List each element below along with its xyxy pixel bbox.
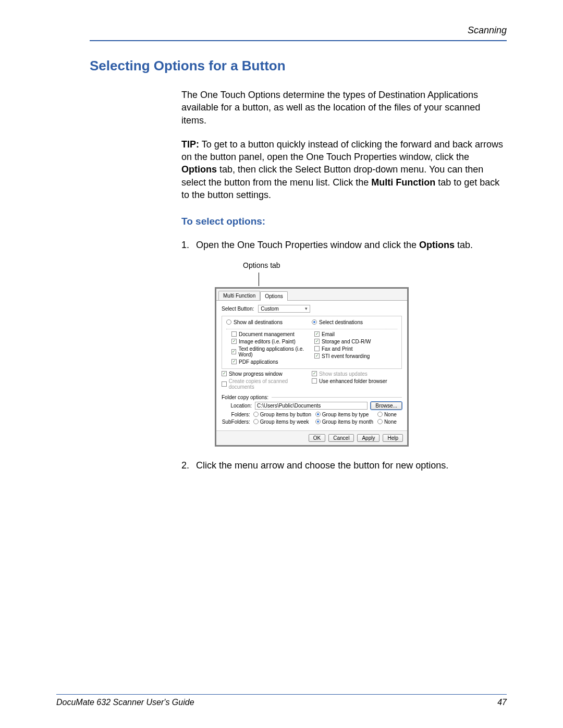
chk-sti[interactable]: STI event forwarding (314, 353, 397, 359)
intro-paragraph: The One Touch Options determine the type… (181, 89, 507, 127)
radio-group-by-type[interactable]: Group items by type (315, 412, 374, 417)
ok-button[interactable]: OK (309, 434, 325, 442)
step-2-text: Click the menu arrow and choose the butt… (196, 459, 448, 472)
tip-text-1: To get to a button quickly instead of cl… (181, 139, 503, 162)
radio-folders-none[interactable]: None (377, 412, 402, 417)
radio-icon (315, 412, 321, 417)
subheading: To select options: (181, 216, 507, 227)
select-button-label: Select Button: (222, 306, 254, 312)
tip-bold-1: Options (181, 164, 217, 175)
options-dialog: Multi Function Options Select Button: Cu… (215, 287, 409, 447)
tab-options[interactable]: Options (260, 291, 287, 301)
radio-icon (226, 319, 231, 325)
checkbox-icon (222, 381, 227, 387)
tab-bar: Multi Function Options (216, 289, 407, 301)
checkbox-icon (312, 371, 317, 376)
step-1-text-2: tab. (455, 240, 473, 250)
step-1-text-1: Open the One Touch Properties window and… (196, 240, 419, 250)
page-footer: DocuMate 632 Scanner User's Guide 47 (56, 694, 507, 707)
checkbox-icon (314, 339, 320, 344)
radio-select-dest[interactable]: Select destinations (312, 319, 397, 325)
checkbox-icon (222, 371, 227, 376)
tip-label: TIP: (181, 139, 199, 150)
step-1: 1. Open the One Touch Properties window … (181, 239, 507, 251)
chk-image-editors[interactable]: Image editors (i.e. Paint) (231, 339, 314, 344)
radio-icon (315, 419, 321, 424)
step-2-number: 2. (181, 459, 196, 472)
header-section-label: Scanning (90, 25, 507, 40)
location-label: Location: (222, 403, 252, 409)
chk-storage[interactable]: Storage and CD-R/W (314, 339, 397, 344)
checkbox-icon (231, 359, 237, 364)
checkbox-icon (231, 349, 236, 354)
dialog-footer: OK Cancel Apply Help (216, 430, 407, 445)
radio-icon (253, 419, 259, 424)
chk-enhanced[interactable]: Use enhanced folder browser (312, 378, 402, 384)
radio-show-all-label: Show all destinations (234, 319, 283, 325)
checkbox-icon (314, 346, 320, 351)
step-1-bold: Options (419, 240, 455, 250)
footer-page-number: 47 (497, 698, 507, 707)
radio-select-dest-label: Select destinations (319, 319, 363, 325)
checkbox-icon (231, 339, 237, 344)
chk-pdf[interactable]: PDF applications (231, 359, 314, 365)
chk-progress[interactable]: Show progress window (222, 371, 312, 377)
chk-email[interactable]: Email (314, 331, 397, 337)
radio-icon (377, 419, 383, 424)
chk-status: Show status updates (312, 371, 402, 377)
chk-text-editing[interactable]: Text editing applications (i.e. Word) (231, 346, 314, 357)
step-2: 2. Click the menu arrow and choose the b… (181, 459, 507, 472)
subfolders-label: SubFolders: (222, 419, 250, 425)
checkbox-icon (231, 331, 237, 337)
apply-button[interactable]: Apply (357, 434, 380, 442)
chk-doc-mgmt[interactable]: Document management (231, 331, 314, 337)
folder-copy-label: Folder copy options: (222, 394, 402, 400)
radio-icon (377, 412, 383, 417)
radio-group-by-month[interactable]: Group items by month (315, 419, 374, 425)
destinations-group: Show all destinations Select destination… (222, 316, 402, 369)
help-button[interactable]: Help (383, 434, 403, 442)
radio-icon (253, 412, 259, 417)
browse-button[interactable]: Browse... (371, 402, 402, 410)
radio-show-all[interactable]: Show all destinations (226, 319, 312, 325)
header-rule (90, 40, 507, 41)
chk-copies[interactable]: Create copies of scanned documents (222, 378, 312, 390)
step-1-number: 1. (181, 239, 196, 251)
tab-multi-function[interactable]: Multi Function (218, 291, 260, 300)
footer-title: DocuMate 632 Scanner User's Guide (56, 698, 194, 707)
cancel-button[interactable]: Cancel (328, 434, 354, 442)
folders-label: Folders: (222, 412, 250, 417)
checkbox-icon (314, 331, 320, 337)
callout-line (259, 273, 259, 286)
section-heading: Selecting Options for a Button (90, 58, 507, 74)
radio-group-by-button[interactable]: Group items by button (253, 412, 312, 417)
chk-fax[interactable]: Fax and Print (314, 346, 397, 352)
checkbox-icon (312, 378, 317, 384)
tip-paragraph: TIP: To get to a button quickly instead … (181, 138, 507, 201)
select-button-dropdown[interactable]: Custom ▾ (258, 305, 310, 313)
select-button-value: Custom (261, 306, 278, 312)
checkbox-icon (314, 353, 320, 359)
location-input[interactable]: C:\Users\Public\Documents (255, 402, 368, 410)
radio-subfolders-none[interactable]: None (377, 419, 402, 425)
radio-group-by-week[interactable]: Group items by week (253, 419, 312, 425)
tip-bold-2: Multi Function (371, 177, 435, 188)
radio-icon (312, 319, 317, 325)
callout-label: Options tab (243, 261, 507, 269)
chevron-down-icon: ▾ (305, 306, 308, 311)
